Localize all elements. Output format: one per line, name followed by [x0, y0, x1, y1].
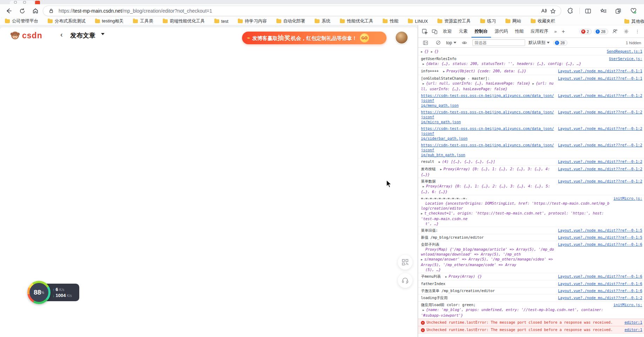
console-link[interactable]: https://csdn-test-oss.oss-cn-beijing.ali… [421, 143, 554, 152]
bookmark-item[interactable]: 前端性能优化工具 [163, 18, 205, 24]
address-bar[interactable]: https://test-mp-main.csdn.net/mp_blog/cr… [43, 6, 561, 16]
qr-code-button[interactable] [398, 255, 412, 270]
device-toolbar-icon[interactable] [430, 27, 439, 36]
home-button[interactable] [30, 6, 41, 16]
source-link-anchor[interactable]: Layout.vue?./node mo…/dist??ref--0-1:2 [558, 167, 642, 171]
console-link[interactable]: ig/micro_path.json [421, 120, 461, 124]
bookmark-item[interactable]: LINUX [408, 19, 428, 24]
expand-arrow-icon[interactable]: ▶ [421, 50, 424, 53]
toolbar-issues-badge[interactable]: !28 [553, 40, 568, 46]
tab-application[interactable]: 应用程序 [528, 25, 551, 38]
extensions-icon[interactable] [565, 6, 575, 16]
console-prompt-chevron[interactable]: › [421, 334, 424, 337]
expand-arrow-icon[interactable]: ▶ [439, 160, 442, 164]
tab-sources[interactable]: 源代码 [492, 25, 511, 38]
refresh-button[interactable] [17, 6, 27, 16]
devtools-settings-icon[interactable] [622, 27, 631, 36]
bookmark-item[interactable]: 工具类 [133, 18, 153, 24]
expand-arrow-icon[interactable]: ▶ [421, 212, 424, 215]
bookmark-item[interactable]: 分布式系统测试 [48, 18, 86, 24]
tab-stub[interactable] [10, 1, 34, 4]
new-tab-copy-icon[interactable] [613, 6, 623, 16]
bookmark-item[interactable]: testing相关 [95, 18, 124, 24]
source-link-anchor[interactable]: Layout.vue?./node mo…/dist??ref--0-1:1 [558, 69, 642, 73]
expand-arrow-icon[interactable]: ▶ [443, 70, 447, 73]
log-level-selector[interactable]: 默认级别 [529, 40, 550, 46]
source-link-anchor[interactable]: Layout.vue?./node mo…/dist??ref--0-1:6 [558, 242, 642, 246]
browser-essentials-icon[interactable] [629, 6, 638, 16]
source-link-anchor[interactable]: Layout.vue?./node mo…/dist??ref--0-1:2 [558, 159, 642, 164]
source-link-anchor[interactable]: SendRequest.js:1 [607, 49, 642, 53]
console-link[interactable]: ig/pub_btn_path.json [421, 153, 465, 157]
tab-welcome[interactable]: 欢迎 [440, 25, 455, 38]
back-chevron[interactable]: ‹ [60, 31, 63, 39]
source-link-anchor[interactable]: Layout.vue?./node mo…/dist??ref--0-1:2 [558, 296, 642, 300]
source-link-anchor[interactable]: Layout.vue?./node mo…/dist??ref--0-1:6 [558, 289, 642, 293]
source-link-anchor[interactable]: Layout.vue?./node mo…/dist??ref--0-1:2 [558, 179, 642, 183]
expand-arrow-icon[interactable]: ▶ [421, 185, 426, 188]
source-link-anchor[interactable]: Layout.vue?./node mo…/dist??ref--0-1:2 [558, 93, 642, 98]
user-avatar[interactable] [395, 31, 408, 44]
source-link-anchor[interactable]: Layout.vue?./node mo…/dist??ref--0-1:6 [558, 282, 642, 286]
console-link[interactable]: https://csdn-test-oss.oss-cn-beijing.ali… [421, 93, 554, 103]
error-count-badge[interactable]: ✕2 [579, 29, 592, 34]
source-link-anchor[interactable]: Layout.vue?./node mo…/dist??ref--0-1:5 [558, 228, 642, 232]
clear-console-icon[interactable] [434, 38, 443, 47]
source-link-anchor[interactable]: initMicro.js: [613, 303, 642, 307]
source-link-anchor[interactable]: Layout.vue?./node mo…/dist??ref--0-1:2 [558, 143, 642, 147]
lock-icon[interactable] [47, 6, 56, 15]
tab-elements[interactable]: 元素 [456, 25, 471, 38]
source-link-anchor[interactable]: initMicro.js: [613, 196, 642, 200]
console-sidebar-icon[interactable] [421, 38, 430, 47]
expand-arrow-icon[interactable]: ▶ [421, 309, 426, 312]
expand-arrow-icon[interactable]: ▶ [440, 168, 444, 171]
bookmark-item[interactable]: test [214, 19, 228, 24]
expand-arrow-icon[interactable]: ▶ [421, 82, 426, 85]
bookmark-item[interactable]: 待学习内容 [238, 18, 267, 24]
more-tabs-icon[interactable]: » [552, 29, 559, 34]
bookmark-item[interactable]: 练习 [480, 18, 496, 24]
source-link-anchor[interactable]: Layout.vue?./node mo…/dist??ref--0-1:1 [558, 76, 642, 80]
source-link-anchor[interactable]: Layout.vue?./node mo…/dist??ref--0-1:2 [558, 126, 642, 131]
bookmark-item[interactable]: 系统 [315, 18, 330, 24]
source-link-anchor[interactable]: Layout.vue?./node mo…/dist??ref--0-1:6 [558, 274, 642, 278]
source-link-anchor[interactable]: Layout.vue?./node mo…/dist??ref--0-1:5 [558, 235, 642, 239]
network-speed-gauge[interactable]: ↑ 6K/s ↓ 1004K/s 88% [27, 281, 80, 304]
go-badge[interactable]: GO [360, 33, 369, 42]
inspect-element-icon[interactable] [420, 27, 429, 36]
tab-performance[interactable]: 性能 [512, 25, 527, 38]
bookmark-item[interactable]: 性能 [383, 18, 398, 24]
collections-icon[interactable] [598, 6, 608, 16]
bookmark-item[interactable]: 网站 [505, 18, 521, 24]
csdn-logo[interactable]: csdn [10, 30, 42, 41]
customer-service-button[interactable] [398, 273, 412, 288]
other-bookmarks[interactable]: 其他收藏 [621, 18, 644, 25]
issues-count-badge[interactable]: !28 [594, 29, 608, 34]
promo-banner[interactable]: ⌁ 发博客赢取抽奖机会，红包定制礼品等你拿！ GO [242, 32, 387, 44]
console-link[interactable]: ig/siderbar_path.json [421, 136, 468, 140]
bookmark-item[interactable]: 公司管理平台 [5, 18, 38, 24]
expand-arrow-icon[interactable]: ▶ [431, 50, 435, 53]
devtools-profile-icon[interactable] [610, 27, 619, 36]
source-link-anchor[interactable]: editor:1 [624, 328, 642, 332]
source-link-anchor[interactable]: editor:1 [624, 320, 642, 324]
expand-arrow-icon[interactable]: ▶ [421, 62, 426, 66]
expand-arrow-icon[interactable]: ▶ [445, 275, 449, 278]
hidden-messages-label[interactable]: 1 hidden [626, 41, 641, 45]
console-filter-input[interactable] [472, 39, 525, 46]
split-screen-icon[interactable] [583, 6, 593, 16]
expand-arrow-icon[interactable]: ▶ [421, 258, 424, 261]
title-dropdown-caret[interactable] [101, 33, 105, 35]
bookmark-item[interactable]: 性能优化工具 [340, 18, 373, 24]
bookmark-item[interactable]: 自动化部署 [276, 18, 306, 24]
context-selector[interactable]: top [446, 40, 456, 45]
read-aloud-icon[interactable] [539, 6, 548, 15]
add-tab-icon[interactable]: + [559, 28, 567, 35]
console-link[interactable]: https://csdn-test-oss.oss-cn-beijing.ali… [421, 110, 554, 119]
source-link-anchor[interactable]: UserService.js: [609, 57, 642, 61]
devtools-menu-icon[interactable]: ⋮ [633, 27, 642, 36]
expand-arrow-icon[interactable]: ▶ [532, 82, 536, 85]
tab-console[interactable]: 控制台 [471, 25, 491, 38]
live-expression-eye-icon[interactable] [460, 38, 469, 47]
bookmark-item[interactable]: 收藏夹栏 [531, 18, 555, 24]
